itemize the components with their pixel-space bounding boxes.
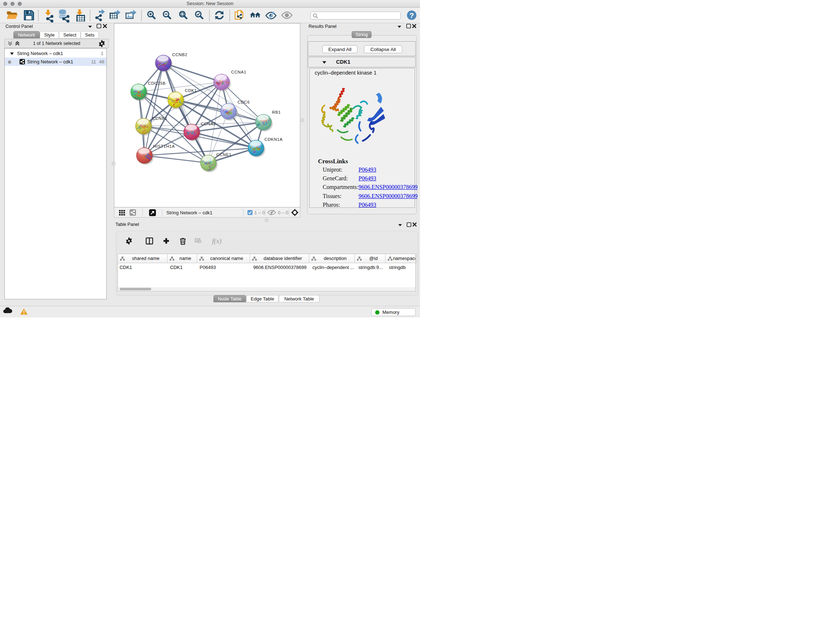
svg-text:0 – 0: 0 – 0 — [278, 210, 288, 215]
svg-text:CCNB1: CCNB1 — [152, 116, 167, 120]
svg-text:HIST1H1A: HIST1H1A — [153, 144, 175, 149]
svg-text:CDC6: CDC6 — [238, 100, 250, 104]
svg-text:CCNA2: CCNA2 — [201, 122, 216, 126]
svg-text:CDKN1A: CDKN1A — [264, 137, 283, 141]
svg-text:f(x): f(x) — [212, 238, 221, 245]
svg-text:CCNB2: CCNB2 — [172, 52, 187, 57]
svg-text:1 – 0: 1 – 0 — [254, 210, 265, 215]
svg-text:CCNA1: CCNA1 — [231, 70, 246, 74]
svg-text:CDK1: CDK1 — [185, 88, 197, 93]
svg-text:RB1: RB1 — [272, 110, 281, 114]
svg-text:CCNE1: CCNE1 — [216, 152, 232, 157]
svg-text:String Network – cdk1: String Network – cdk1 — [166, 210, 212, 215]
svg-text:?: ? — [409, 11, 414, 19]
svg-text:CDC25B: CDC25B — [148, 81, 166, 86]
